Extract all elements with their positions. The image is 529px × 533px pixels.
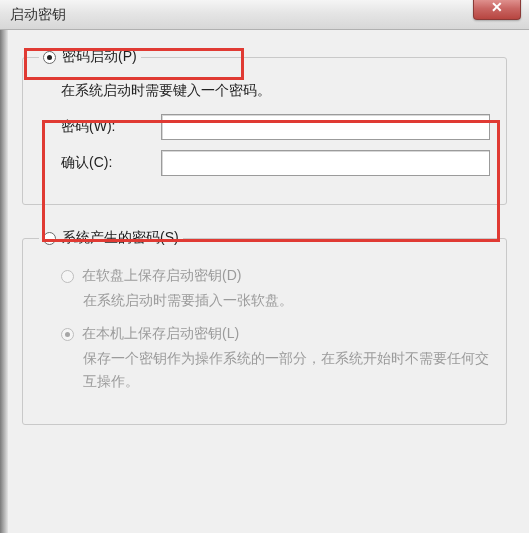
dialog-content: 密码启动(P) 在系统启动时需要键入一个密码。 密码(W): 确认(C): 系统… — [0, 30, 529, 533]
label-password: 密码(W): — [61, 118, 161, 136]
group-password-startup: 密码启动(P) 在系统启动时需要键入一个密码。 密码(W): 确认(C): — [22, 48, 507, 205]
legend-password-startup[interactable]: 密码启动(P) — [39, 48, 141, 66]
close-icon: ✕ — [491, 0, 503, 15]
radio-password-startup[interactable] — [43, 51, 56, 64]
option-local: 在本机上保存启动密钥(L) — [61, 325, 490, 343]
window-title: 启动密钥 — [10, 6, 66, 24]
close-button[interactable]: ✕ — [473, 0, 521, 20]
legend-password-startup-label: 密码启动(P) — [62, 48, 137, 66]
input-password[interactable] — [161, 114, 490, 140]
group-system-generated: 系统产生的密码(S) 在软盘上保存启动密钥(D) 在系统启动时需要插入一张软盘。… — [22, 229, 507, 425]
password-startup-hint: 在系统启动时需要键入一个密码。 — [61, 82, 490, 100]
legend-system-generated-label: 系统产生的密码(S) — [62, 229, 179, 247]
radio-floppy — [61, 270, 74, 283]
label-confirm: 确认(C): — [61, 154, 161, 172]
legend-system-generated[interactable]: 系统产生的密码(S) — [39, 229, 183, 247]
hint-floppy: 在系统启动时需要插入一张软盘。 — [83, 289, 490, 311]
label-local: 在本机上保存启动密钥(L) — [82, 325, 239, 343]
radio-local — [61, 328, 74, 341]
row-confirm: 确认(C): — [61, 150, 490, 176]
row-password: 密码(W): — [61, 114, 490, 140]
option-floppy: 在软盘上保存启动密钥(D) — [61, 267, 490, 285]
dialog-window: 启动密钥 ✕ 密码启动(P) 在系统启动时需要键入一个密码。 密码(W): 确认… — [0, 0, 529, 533]
radio-system-generated[interactable] — [43, 232, 56, 245]
input-confirm[interactable] — [161, 150, 490, 176]
titlebar: 启动密钥 ✕ — [0, 0, 529, 30]
hint-local: 保存一个密钥作为操作系统的一部分，在系统开始时不需要任何交互操作。 — [83, 347, 490, 392]
label-floppy: 在软盘上保存启动密钥(D) — [82, 267, 241, 285]
